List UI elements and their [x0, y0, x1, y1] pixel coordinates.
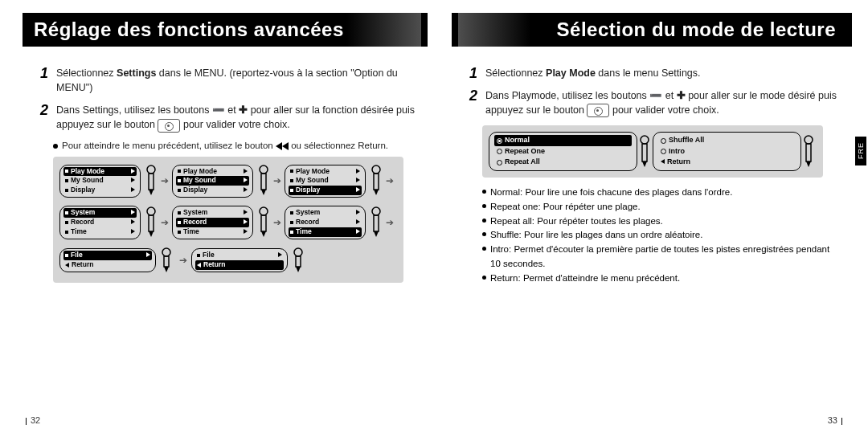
rewind-icon — [276, 142, 289, 150]
svg-marker-28 — [642, 161, 647, 167]
pen-stylus-icon — [803, 135, 815, 169]
svg-point-26 — [641, 136, 649, 144]
svg-marker-13 — [149, 231, 154, 237]
svg-point-23 — [294, 248, 302, 256]
svg-point-8 — [372, 165, 380, 174]
right-title: Sélection du mode de lecture — [546, 18, 847, 41]
play-mode-panel: Normal Repeat One Repeat All Shuffle All… — [482, 125, 823, 178]
settings-screen-7: File Return — [59, 248, 156, 272]
svg-marker-25 — [296, 267, 301, 272]
pen-stylus-icon — [639, 135, 651, 169]
svg-marker-10 — [374, 190, 379, 195]
page-number-left: 32 — [26, 415, 40, 425]
pen-stylus-icon — [293, 247, 305, 273]
settings-screen-4: System Record Time — [59, 206, 141, 239]
svg-rect-24 — [296, 256, 301, 267]
play-mode-screen-left: Normal Repeat One Repeat All — [489, 132, 637, 171]
arrow-right-icon: ➔ — [385, 217, 395, 228]
settings-screen-1: Play Mode My Sound Display — [59, 165, 141, 198]
play-mode-screen-right: Shuffle All Intro Return — [653, 132, 801, 171]
pen-stylus-icon — [161, 247, 174, 273]
plus-icon: ✚ — [239, 104, 248, 116]
right-title-bar: Sélection du mode de lecture — [452, 13, 847, 47]
svg-rect-18 — [374, 215, 379, 231]
left-screens-panel: Play Mode My Sound Display ➔ Play Mode M… — [53, 157, 403, 283]
play-mode-descriptions: Normal: Pour lire une fois chacune des p… — [482, 186, 841, 286]
pen-stylus-icon — [258, 206, 269, 239]
svg-marker-19 — [374, 231, 379, 237]
svg-rect-27 — [642, 144, 647, 161]
svg-point-20 — [162, 248, 170, 256]
svg-point-17 — [372, 207, 380, 215]
page-number-right: 33 — [828, 415, 842, 425]
settings-screen-2: Play Mode My Sound Display — [172, 165, 253, 198]
svg-rect-6 — [261, 174, 266, 190]
svg-rect-21 — [164, 256, 169, 267]
settings-screen-3: Play Mode My Sound Display — [285, 165, 366, 198]
svg-point-29 — [805, 136, 813, 144]
minus-icon: ➖ — [649, 90, 662, 101]
arrow-right-icon: ➔ — [272, 217, 283, 228]
left-title: Réglage des fonctions avancées — [23, 18, 355, 41]
svg-marker-22 — [164, 267, 169, 272]
enter-button-icon — [587, 104, 609, 117]
left-note: Pour atteindre le menu précédent, utilis… — [53, 141, 421, 150]
pen-stylus-icon — [371, 165, 382, 197]
arrow-right-icon: ➔ — [160, 175, 170, 186]
left-title-bar: Réglage des fonctions avancées — [23, 13, 428, 47]
right-step-2: 2 Dans Playmode, utilisez les boutons ➖ … — [469, 88, 841, 117]
language-tab: FRE — [855, 137, 866, 165]
svg-marker-0 — [276, 142, 282, 150]
svg-point-14 — [260, 207, 268, 215]
pen-stylus-icon — [371, 206, 382, 239]
svg-marker-4 — [149, 190, 154, 195]
left-step-2: 2 Dans Settings, utilisez les boutons ➖ … — [40, 103, 421, 132]
svg-rect-3 — [149, 174, 154, 190]
svg-point-11 — [147, 207, 155, 215]
settings-screen-6: System Record Time — [285, 206, 366, 239]
svg-point-5 — [260, 165, 268, 174]
arrow-right-icon: ➔ — [272, 175, 283, 186]
arrow-right-icon: ➔ — [385, 175, 395, 186]
svg-marker-1 — [282, 142, 289, 150]
arrow-right-icon: ➔ — [160, 217, 170, 228]
arrow-right-icon: ➔ — [177, 255, 190, 266]
svg-rect-30 — [806, 144, 811, 161]
svg-rect-9 — [374, 174, 379, 190]
plus-icon: ✚ — [677, 90, 686, 101]
svg-rect-15 — [261, 215, 266, 231]
svg-point-2 — [147, 165, 155, 174]
pen-stylus-icon — [145, 165, 157, 197]
minus-icon: ➖ — [212, 104, 225, 116]
pen-stylus-icon — [258, 165, 269, 197]
enter-button-icon — [158, 119, 180, 133]
svg-marker-16 — [261, 231, 266, 237]
svg-marker-7 — [261, 190, 266, 195]
svg-rect-12 — [149, 215, 154, 231]
settings-screen-8: File Return — [191, 248, 288, 272]
svg-marker-31 — [806, 161, 811, 167]
settings-screen-5: System Record Time — [172, 206, 253, 239]
pen-stylus-icon — [145, 206, 157, 239]
left-step-1: 1 Sélectionnez Settings dans le MENU. (r… — [40, 66, 421, 95]
right-step-1: 1 Sélectionnez Play Mode dans le menu Se… — [469, 66, 841, 80]
